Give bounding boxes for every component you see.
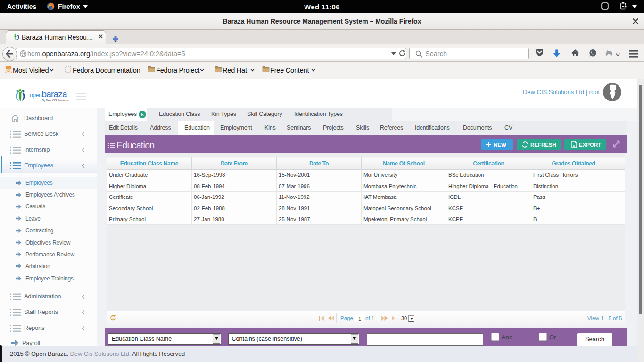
svg-text:x: x bbox=[573, 143, 575, 148]
